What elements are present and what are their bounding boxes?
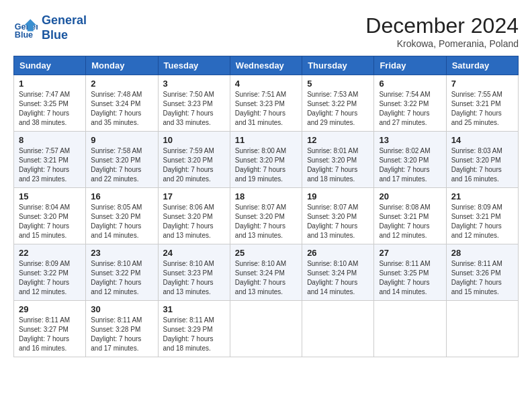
calendar-cell: 15Sunrise: 8:04 AM Sunset: 3:20 PM Dayli… — [14, 188, 86, 244]
week-row-4: 29Sunrise: 8:11 AM Sunset: 3:27 PM Dayli… — [14, 301, 519, 357]
page-header: General Blue General Blue December 2024 … — [13, 13, 519, 49]
calendar-cell: 7Sunrise: 7:55 AM Sunset: 3:21 PM Daylig… — [446, 75, 518, 132]
calendar-cell: 18Sunrise: 8:07 AM Sunset: 3:20 PM Dayli… — [230, 188, 302, 244]
calendar-cell: 24Sunrise: 8:10 AM Sunset: 3:23 PM Dayli… — [158, 244, 230, 301]
calendar-cell: 28Sunrise: 8:11 AM Sunset: 3:26 PM Dayli… — [446, 244, 518, 301]
day-info: Sunrise: 8:11 AM Sunset: 3:28 PM Dayligh… — [91, 316, 152, 353]
calendar-cell: 30Sunrise: 8:11 AM Sunset: 3:28 PM Dayli… — [86, 301, 158, 357]
calendar-cell: 23Sunrise: 8:10 AM Sunset: 3:22 PM Dayli… — [86, 244, 158, 301]
calendar-table: SundayMondayTuesdayWednesdayThursdayFrid… — [13, 56, 519, 357]
calendar-cell: 19Sunrise: 8:07 AM Sunset: 3:20 PM Dayli… — [302, 188, 374, 244]
calendar-cell — [302, 301, 374, 357]
day-info: Sunrise: 8:05 AM Sunset: 3:20 PM Dayligh… — [91, 203, 152, 240]
weekday-header-saturday: Saturday — [446, 56, 518, 75]
day-info: Sunrise: 7:50 AM Sunset: 3:23 PM Dayligh… — [163, 90, 225, 128]
calendar-cell: 26Sunrise: 8:10 AM Sunset: 3:24 PM Dayli… — [302, 244, 374, 301]
calendar-cell: 21Sunrise: 8:09 AM Sunset: 3:21 PM Dayli… — [446, 188, 518, 244]
weekday-header-tuesday: Tuesday — [158, 56, 230, 75]
day-info: Sunrise: 8:11 AM Sunset: 3:26 PM Dayligh… — [451, 259, 513, 297]
calendar-cell: 22Sunrise: 8:09 AM Sunset: 3:22 PM Dayli… — [14, 244, 86, 301]
calendar-cell: 12Sunrise: 8:01 AM Sunset: 3:20 PM Dayli… — [302, 132, 374, 188]
day-info: Sunrise: 8:03 AM Sunset: 3:20 PM Dayligh… — [451, 146, 513, 184]
day-info: Sunrise: 7:54 AM Sunset: 3:22 PM Dayligh… — [379, 90, 441, 128]
day-number: 3 — [163, 79, 225, 89]
day-number: 9 — [91, 135, 152, 145]
week-row-1: 8Sunrise: 7:57 AM Sunset: 3:21 PM Daylig… — [14, 132, 519, 188]
month-title: December 2024 — [365, 13, 519, 38]
svg-text:Blue: Blue — [15, 30, 33, 39]
logo-icon: General Blue — [13, 16, 38, 40]
day-info: Sunrise: 8:07 AM Sunset: 3:20 PM Dayligh… — [307, 203, 369, 240]
day-info: Sunrise: 7:51 AM Sunset: 3:23 PM Dayligh… — [235, 90, 297, 128]
day-info: Sunrise: 8:10 AM Sunset: 3:22 PM Dayligh… — [91, 259, 152, 297]
day-info: Sunrise: 7:59 AM Sunset: 3:20 PM Dayligh… — [163, 146, 225, 184]
day-number: 7 — [451, 79, 513, 89]
day-info: Sunrise: 8:00 AM Sunset: 3:20 PM Dayligh… — [235, 146, 297, 184]
calendar-cell: 8Sunrise: 7:57 AM Sunset: 3:21 PM Daylig… — [14, 132, 86, 188]
day-info: Sunrise: 8:02 AM Sunset: 3:20 PM Dayligh… — [379, 146, 441, 184]
day-number: 24 — [163, 248, 225, 258]
calendar-cell — [446, 301, 518, 357]
day-info: Sunrise: 8:10 AM Sunset: 3:24 PM Dayligh… — [307, 259, 369, 297]
day-info: Sunrise: 7:57 AM Sunset: 3:21 PM Dayligh… — [19, 146, 81, 184]
calendar-cell: 20Sunrise: 8:08 AM Sunset: 3:21 PM Dayli… — [374, 188, 446, 244]
day-number: 29 — [19, 304, 81, 314]
day-info: Sunrise: 8:11 AM Sunset: 3:29 PM Dayligh… — [163, 316, 225, 353]
day-number: 30 — [91, 304, 152, 314]
day-number: 4 — [235, 79, 297, 89]
day-info: Sunrise: 8:09 AM Sunset: 3:22 PM Dayligh… — [19, 259, 81, 297]
logo-text: General Blue — [42, 13, 87, 42]
week-row-3: 22Sunrise: 8:09 AM Sunset: 3:22 PM Dayli… — [14, 244, 519, 301]
day-info: Sunrise: 8:01 AM Sunset: 3:20 PM Dayligh… — [307, 146, 369, 184]
day-number: 23 — [91, 248, 152, 258]
day-info: Sunrise: 7:55 AM Sunset: 3:21 PM Dayligh… — [451, 90, 513, 128]
calendar-cell: 3Sunrise: 7:50 AM Sunset: 3:23 PM Daylig… — [158, 75, 230, 132]
title-block: December 2024 Krokowa, Pomerania, Poland — [365, 13, 519, 49]
calendar-cell: 2Sunrise: 7:48 AM Sunset: 3:24 PM Daylig… — [86, 75, 158, 132]
day-number: 10 — [163, 135, 225, 145]
day-number: 8 — [19, 135, 81, 145]
day-number: 16 — [91, 191, 152, 201]
day-number: 11 — [235, 135, 297, 145]
day-number: 1 — [19, 79, 81, 89]
logo-line2: Blue — [42, 28, 68, 42]
day-number: 17 — [163, 191, 225, 201]
weekday-header-sunday: Sunday — [14, 56, 86, 75]
day-info: Sunrise: 8:10 AM Sunset: 3:24 PM Dayligh… — [235, 259, 297, 297]
day-info: Sunrise: 7:47 AM Sunset: 3:25 PM Dayligh… — [19, 90, 81, 128]
calendar-cell: 25Sunrise: 8:10 AM Sunset: 3:24 PM Dayli… — [230, 244, 302, 301]
day-number: 2 — [91, 79, 152, 89]
day-info: Sunrise: 8:11 AM Sunset: 3:27 PM Dayligh… — [19, 316, 81, 353]
calendar-cell — [374, 301, 446, 357]
logo-line1: General — [42, 13, 87, 27]
day-info: Sunrise: 8:06 AM Sunset: 3:20 PM Dayligh… — [163, 203, 225, 240]
week-row-2: 15Sunrise: 8:04 AM Sunset: 3:20 PM Dayli… — [14, 188, 519, 244]
day-info: Sunrise: 8:09 AM Sunset: 3:21 PM Dayligh… — [451, 203, 513, 240]
day-number: 15 — [19, 191, 81, 201]
calendar-cell: 31Sunrise: 8:11 AM Sunset: 3:29 PM Dayli… — [158, 301, 230, 357]
calendar-cell: 14Sunrise: 8:03 AM Sunset: 3:20 PM Dayli… — [446, 132, 518, 188]
weekday-header-monday: Monday — [86, 56, 158, 75]
calendar-cell: 27Sunrise: 8:11 AM Sunset: 3:25 PM Dayli… — [374, 244, 446, 301]
calendar-cell: 13Sunrise: 8:02 AM Sunset: 3:20 PM Dayli… — [374, 132, 446, 188]
day-info: Sunrise: 7:48 AM Sunset: 3:24 PM Dayligh… — [91, 90, 152, 128]
calendar-cell: 1Sunrise: 7:47 AM Sunset: 3:25 PM Daylig… — [14, 75, 86, 132]
day-number: 13 — [379, 135, 441, 145]
calendar-cell: 17Sunrise: 8:06 AM Sunset: 3:20 PM Dayli… — [158, 188, 230, 244]
day-number: 22 — [19, 248, 81, 258]
day-number: 31 — [163, 304, 225, 314]
day-info: Sunrise: 7:58 AM Sunset: 3:20 PM Dayligh… — [91, 146, 152, 184]
calendar-cell: 6Sunrise: 7:54 AM Sunset: 3:22 PM Daylig… — [374, 75, 446, 132]
day-info: Sunrise: 8:08 AM Sunset: 3:21 PM Dayligh… — [379, 203, 441, 240]
day-info: Sunrise: 8:10 AM Sunset: 3:23 PM Dayligh… — [163, 259, 225, 297]
day-number: 5 — [307, 79, 369, 89]
day-number: 27 — [379, 248, 441, 258]
calendar-cell: 29Sunrise: 8:11 AM Sunset: 3:27 PM Dayli… — [14, 301, 86, 357]
day-number: 12 — [307, 135, 369, 145]
location: Krokowa, Pomerania, Poland — [365, 38, 519, 49]
day-number: 21 — [451, 191, 513, 201]
logo: General Blue General Blue — [13, 13, 87, 42]
day-info: Sunrise: 8:04 AM Sunset: 3:20 PM Dayligh… — [19, 203, 81, 240]
weekday-header-row: SundayMondayTuesdayWednesdayThursdayFrid… — [14, 56, 519, 75]
calendar-cell: 16Sunrise: 8:05 AM Sunset: 3:20 PM Dayli… — [86, 188, 158, 244]
